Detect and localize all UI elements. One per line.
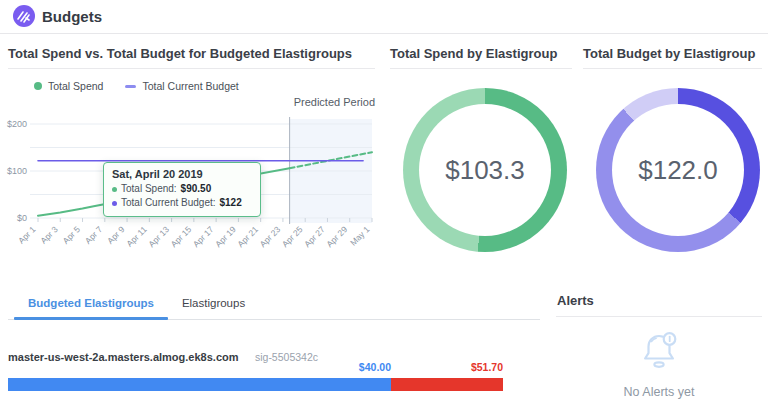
tab-elastigroups[interactable]: Elastigroups bbox=[168, 289, 259, 319]
total-spend-panel: Total Spend by Elastigroup $103.3 bbox=[390, 40, 572, 280]
total-spend-value: $103.3 bbox=[445, 155, 525, 186]
legend-total-current-budget[interactable]: Total Current Budget bbox=[125, 80, 238, 92]
tooltip-value: $122 bbox=[220, 196, 242, 210]
chart-panel-title: Total Spend vs. Total Budget for Budgete… bbox=[8, 46, 352, 61]
divider bbox=[8, 68, 375, 69]
bullet-icon bbox=[112, 187, 117, 192]
legend-label: Total Current Budget bbox=[142, 80, 238, 92]
alerts-panel: Alerts No Alerts yet bbox=[556, 285, 762, 410]
svg-text:Apr 15: Apr 15 bbox=[168, 224, 193, 249]
svg-text:Apr 9: Apr 9 bbox=[105, 224, 127, 246]
predicted-period-label: Predicted Period bbox=[255, 96, 375, 108]
tooltip-row-spend: Total Spend: $90.50 bbox=[112, 182, 252, 196]
budgets-page: Budgets Total Spend vs. Total Budget for… bbox=[0, 0, 768, 414]
svg-text:Apr 29: Apr 29 bbox=[324, 224, 349, 249]
tooltip-value: $90.50 bbox=[181, 182, 212, 196]
legend-dot-icon bbox=[34, 82, 42, 90]
svg-text:Apr 11: Apr 11 bbox=[124, 224, 149, 249]
total-spend-amount-label: $51.70 bbox=[471, 361, 503, 373]
spend-panel-title: Total Spend by Elastigroup bbox=[390, 46, 557, 61]
alerts-title: Alerts bbox=[557, 293, 594, 308]
svg-text:Apr 13: Apr 13 bbox=[146, 224, 171, 249]
svg-text:May 1: May 1 bbox=[348, 224, 372, 248]
divider bbox=[390, 68, 572, 69]
chart-tooltip: Sat, April 20 2019 Total Spend: $90.50 T… bbox=[103, 162, 261, 217]
svg-text:$100: $100 bbox=[7, 166, 27, 176]
svg-text:Apr 1: Apr 1 bbox=[16, 224, 38, 246]
tab-budgeted-elastigroups[interactable]: Budgeted Elastigroups bbox=[14, 289, 168, 319]
budget-panel-title: Total Budget by Elastigroup bbox=[583, 46, 755, 61]
page-title: Budgets bbox=[42, 8, 102, 25]
svg-text:Apr 17: Apr 17 bbox=[191, 224, 216, 249]
tabs-bar: Budgeted Elastigroups Elastigroups bbox=[8, 289, 540, 320]
total-budget-donut-chart[interactable]: $122.0 bbox=[596, 88, 760, 252]
divider bbox=[556, 316, 762, 317]
svg-text:$200: $200 bbox=[7, 119, 27, 129]
legend-dash-icon bbox=[125, 85, 136, 88]
overspend-bar-segment bbox=[391, 378, 503, 391]
tooltip-row-budget: Total Current Budget: $122 bbox=[112, 196, 252, 210]
legend-total-spend[interactable]: Total Spend bbox=[34, 80, 103, 92]
svg-text:Apr 3: Apr 3 bbox=[38, 224, 60, 246]
svg-text:Apr 5: Apr 5 bbox=[61, 224, 83, 246]
svg-text:Apr 7: Apr 7 bbox=[83, 224, 105, 246]
total-budget-panel: Total Budget by Elastigroup $122.0 bbox=[583, 40, 762, 280]
donut-hole: $122.0 bbox=[612, 104, 744, 236]
spend-progress-bar bbox=[8, 378, 503, 391]
page-header: Budgets bbox=[0, 0, 768, 34]
total-budget-value: $122.0 bbox=[638, 155, 718, 186]
donut-hole: $103.3 bbox=[419, 104, 551, 236]
elastigroups-section: Budgeted Elastigroups Elastigroups maste… bbox=[8, 285, 540, 405]
no-alerts-text: No Alerts yet bbox=[556, 385, 762, 399]
divider bbox=[583, 68, 762, 69]
spend-vs-budget-panel: Total Spend vs. Total Budget for Budgete… bbox=[0, 40, 383, 280]
svg-text:$0: $0 bbox=[17, 213, 27, 223]
budget-amount-label: $40.00 bbox=[359, 361, 391, 373]
total-spend-donut-chart[interactable]: $103.3 bbox=[403, 88, 567, 252]
tooltip-label: Total Current Budget: bbox=[121, 196, 216, 210]
svg-text:Apr 25: Apr 25 bbox=[280, 224, 305, 249]
tooltip-label: Total Spend: bbox=[121, 182, 177, 196]
legend-label: Total Spend bbox=[48, 80, 103, 92]
svg-text:Apr 19: Apr 19 bbox=[213, 224, 238, 249]
bell-icon bbox=[636, 327, 682, 373]
svg-text:Apr 23: Apr 23 bbox=[258, 224, 283, 249]
svg-text:Apr 21: Apr 21 bbox=[235, 224, 260, 249]
elastigroup-row: master-us-west-2a.masters.almog.ek8s.com… bbox=[8, 347, 540, 365]
tooltip-date: Sat, April 20 2019 bbox=[112, 168, 252, 180]
budget-bar-segment bbox=[8, 378, 391, 391]
spotinst-logo-icon[interactable] bbox=[13, 5, 35, 27]
elastigroup-name[interactable]: master-us-west-2a.masters.almog.ek8s.com bbox=[8, 351, 239, 363]
bullet-icon bbox=[112, 201, 117, 206]
svg-text:Apr 27: Apr 27 bbox=[302, 224, 327, 249]
chart-legend: Total Spend Total Current Budget bbox=[34, 80, 239, 92]
elastigroup-sig-id: sig-5505342c bbox=[255, 351, 318, 363]
